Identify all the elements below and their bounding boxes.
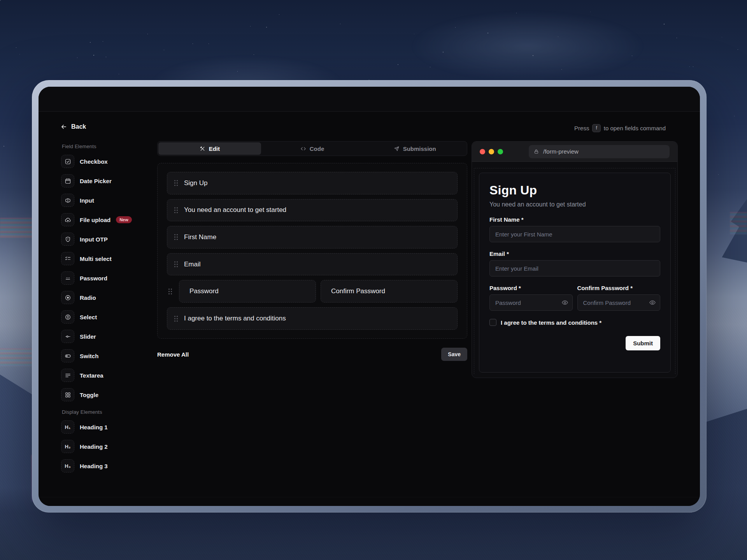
radio-icon (61, 291, 74, 304)
sidebar-item-heading-1[interactable]: H₁Heading 1 (61, 420, 158, 434)
email-input[interactable] (489, 260, 660, 276)
sidebar-item-input[interactable]: Input (61, 194, 158, 207)
select-chevrons-icon (61, 310, 74, 324)
star (398, 64, 398, 65)
star (106, 57, 106, 57)
preview-fields: First Name *Email *Password *Confirm Pas… (489, 216, 660, 326)
sidebar-item-checkbox[interactable]: Checkbox (61, 155, 158, 168)
browser-chrome: /form-preview (472, 142, 677, 162)
tab-submission[interactable]: Submission (363, 142, 466, 155)
field-elements-title: Field Elements (62, 144, 158, 149)
sidebar-item-switch[interactable]: Switch (61, 349, 158, 362)
slider-icon (61, 330, 74, 343)
edit-tools-icon (200, 146, 205, 152)
preview-body: Sign Up You need an account to get start… (472, 162, 677, 378)
confirm-password-input[interactable] (577, 294, 661, 311)
first-name-input[interactable] (489, 226, 660, 242)
sidebar-item-label: Input OTP (80, 236, 108, 243)
canvas-row-email[interactable]: Email (167, 253, 458, 276)
canvas-field-password[interactable]: Password (179, 280, 316, 303)
eye-icon[interactable] (649, 299, 656, 306)
tab-code[interactable]: Code (261, 142, 364, 155)
star (19, 54, 20, 54)
star (250, 26, 251, 26)
star (718, 174, 719, 175)
traffic-light-maximize[interactable] (498, 149, 503, 154)
sidebar-item-date-picker[interactable]: Date Picker (61, 174, 158, 187)
builder-tabbar: EditCodeSubmission (157, 141, 467, 156)
star (193, 44, 193, 44)
drag-handle-icon[interactable] (174, 180, 178, 186)
sidebar-item-label: Radio (80, 294, 96, 301)
sidebar-item-multi-select[interactable]: Multi select (61, 252, 158, 265)
sidebar-item-heading-3[interactable]: H₃Heading 3 (61, 459, 158, 472)
sidebar-item-heading-2[interactable]: H₂Heading 2 (61, 440, 158, 453)
kbd-f-key: f (592, 124, 600, 132)
arrow-left-icon (60, 123, 67, 130)
calendar-icon (61, 174, 74, 187)
agree-checkbox[interactable] (489, 319, 496, 326)
star (4, 146, 4, 147)
drag-handle-icon[interactable] (168, 289, 172, 294)
builder-canvas: Sign UpYou need an account to get starte… (157, 163, 467, 339)
save-button[interactable]: Save (441, 348, 467, 361)
drag-handle-icon[interactable] (174, 316, 178, 322)
sidebar-item-radio[interactable]: Radio (61, 291, 158, 304)
star (254, 54, 254, 55)
field-label: Confirm Password * (577, 285, 661, 291)
drag-handle-icon[interactable] (174, 207, 178, 213)
remove-all-button[interactable]: Remove All (157, 351, 189, 358)
sidebar-item-input-otp[interactable]: Input OTP (61, 233, 158, 246)
sidebar-item-textarea[interactable]: Textarea (61, 369, 158, 382)
sidebar-item-label: Input (80, 197, 94, 204)
textarea-icon (61, 369, 74, 382)
star (0, 0, 1, 1)
h2-icon: H₂ (61, 440, 74, 453)
canvas-row-sign-up[interactable]: Sign Up (167, 172, 458, 194)
canvas-row-i-agree-to-the-terms-and-conditions[interactable]: I agree to the terms and conditions (167, 307, 458, 330)
form-preview-panel: /form-preview Sign Up You need an accoun… (472, 141, 678, 378)
submit-row: Submit (489, 336, 660, 350)
send-icon (394, 146, 400, 152)
sidebar-item-file-upload[interactable]: File uploadNew (61, 213, 158, 226)
sidebar-item-password[interactable]: Password (61, 271, 158, 285)
star (119, 74, 119, 74)
dashed-guide (474, 168, 474, 374)
wallpaper-cloud (411, 11, 644, 81)
screen-bezel: Back Press f to open fields command Fiel… (32, 80, 707, 513)
code-icon (300, 146, 306, 152)
sidebar-item-label: Checkbox (80, 158, 108, 165)
canvas-field-label: Password (189, 287, 219, 295)
canvas-field-confirm-password[interactable]: Confirm Password (321, 280, 458, 303)
sidebar-item-label: Textarea (80, 372, 103, 379)
back-button[interactable]: Back (60, 123, 86, 130)
drag-handle-icon[interactable] (174, 234, 178, 240)
sidebar-item-label: Heading 1 (80, 424, 108, 430)
preview-field-first-name: First Name * (489, 216, 660, 242)
canvas-row-you-need-an-account-to-get-started[interactable]: You need an account to get started (167, 199, 458, 222)
canvas-row-first-name[interactable]: First Name (167, 226, 458, 248)
sidebar-item-label: Toggle (80, 392, 98, 398)
form-builder-column: EditCodeSubmission Sign UpYou need an ac… (157, 141, 467, 362)
sidebar-item-label: Switch (80, 353, 98, 359)
star (689, 66, 690, 67)
list-checks-icon (61, 252, 74, 265)
sidebar-item-toggle[interactable]: Toggle (61, 388, 158, 401)
sidebar-item-label: Date Picker (80, 178, 112, 184)
submit-button[interactable]: Submit (626, 336, 660, 350)
star (77, 58, 77, 58)
traffic-light-minimize[interactable] (489, 149, 494, 154)
traffic-light-close[interactable] (480, 149, 485, 154)
eye-icon[interactable] (561, 299, 568, 306)
tab-label: Submission (403, 145, 436, 152)
traffic-lights (480, 149, 503, 154)
tab-edit[interactable]: Edit (158, 142, 261, 155)
url-bar[interactable]: /form-preview (529, 145, 670, 158)
password-input[interactable] (489, 294, 573, 311)
canvas-field-label: First Name (184, 233, 216, 241)
star (16, 47, 16, 48)
star (164, 50, 164, 50)
sidebar-item-select[interactable]: Select (61, 310, 158, 324)
drag-handle-icon[interactable] (174, 261, 178, 267)
sidebar-item-slider[interactable]: Slider (61, 330, 158, 343)
